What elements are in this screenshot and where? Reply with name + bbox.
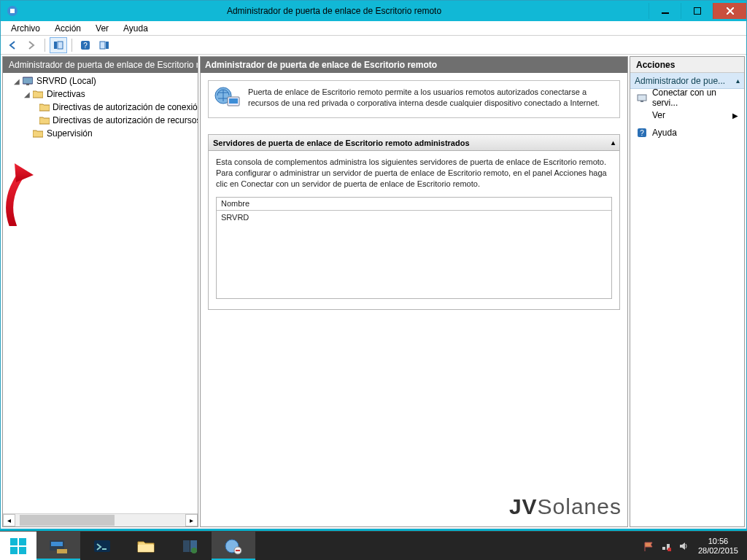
section-description: Esta consola de complementos administra …: [216, 157, 612, 190]
action-connect-server[interactable]: Conectar con un servi...: [630, 89, 744, 106]
nav-back-button[interactable]: [4, 37, 21, 53]
minimize-button[interactable]: [649, 3, 681, 19]
tree-node-label: SRVRD (Local): [36, 76, 96, 86]
action-label: Ayuda: [652, 128, 677, 138]
scroll-thumb[interactable]: [20, 515, 115, 526]
svg-rect-2: [662, 12, 669, 14]
collapse-icon[interactable]: ◢: [23, 90, 31, 98]
server-connect-icon: [636, 92, 648, 104]
tree-node-connection-policies[interactable]: Directivas de autorización de conexión: [3, 101, 198, 114]
window-title: Administrador de puerta de enlace de Esc…: [20, 6, 649, 16]
svg-rect-6: [54, 42, 57, 49]
menu-bar: Archivo Acción Ver Ayuda: [1, 21, 746, 36]
svg-text:?: ?: [640, 129, 644, 137]
submenu-arrow-icon: ▶: [732, 112, 738, 120]
watermark: JVSolanes: [509, 494, 622, 519]
scroll-track[interactable]: [15, 514, 185, 526]
svg-rect-27: [138, 545, 154, 552]
clock-date: 28/02/2015: [698, 546, 738, 556]
close-button[interactable]: [713, 3, 746, 19]
tree-pane: Administrador de puerta de enlace de Esc…: [2, 56, 198, 527]
content-header: Administrador de puerta de enlace de Esc…: [201, 57, 627, 73]
title-bar: Administrador de puerta de enlace de Esc…: [1, 1, 746, 21]
intro-box: Puerta de enlace de Escritorio remoto pe…: [208, 80, 620, 118]
tray-flag-icon[interactable]: [642, 540, 655, 553]
tray-network-icon[interactable]: [659, 540, 673, 553]
servers-table: Nombre SRVRD: [216, 197, 612, 299]
tree-node-label: Directivas de autorización de recursos: [53, 115, 198, 125]
svg-rect-20: [640, 101, 643, 102]
svg-rect-11: [106, 42, 109, 49]
scroll-left-button[interactable]: ◂: [3, 514, 15, 526]
folder-icon: [32, 128, 44, 139]
body-panes: Administrador de puerta de enlace de Esc…: [1, 55, 746, 529]
tree-node-policies[interactable]: ◢ Directivas: [3, 88, 198, 101]
nav-forward-button[interactable]: [23, 37, 40, 53]
svg-point-30: [191, 548, 197, 553]
expand-placeholder: [23, 130, 31, 137]
tray-volume-icon[interactable]: [677, 540, 690, 553]
server-row[interactable]: SRVRD: [217, 211, 611, 224]
actions-entity-label: Administrador de pue...: [635, 76, 725, 86]
collapse-icon[interactable]: ◢: [13, 77, 20, 85]
menu-help[interactable]: Ayuda: [116, 22, 155, 35]
menu-file[interactable]: Archivo: [4, 22, 47, 35]
start-button[interactable]: [0, 532, 36, 560]
svg-rect-28: [183, 540, 190, 552]
task-powershell[interactable]: [80, 532, 124, 560]
svg-rect-3: [694, 7, 701, 15]
help-button[interactable]: ?: [77, 37, 94, 53]
svg-rect-24: [51, 542, 63, 546]
task-rdgateway-manager[interactable]: [212, 532, 255, 560]
action-help[interactable]: ? Ayuda: [630, 124, 744, 141]
scroll-right-button[interactable]: ▸: [185, 514, 198, 526]
task-server-manager[interactable]: [36, 532, 80, 560]
tree-horizontal-scrollbar[interactable]: ◂ ▸: [3, 513, 198, 526]
actions-title: Acciones: [630, 57, 744, 73]
taskbar-clock[interactable]: 10:56 28/02/2015: [692, 534, 746, 558]
svg-rect-19: [638, 95, 646, 101]
tree-node-label: Directivas de autorización de conexión: [53, 102, 198, 112]
svg-rect-14: [23, 77, 33, 84]
tree-header: Administrador de puerta de enlace de Esc…: [3, 57, 198, 73]
app-window: Administrador de puerta de enlace de Esc…: [0, 0, 747, 529]
actions-pane: Acciones Administrador de pue... ▴ Conec…: [630, 56, 745, 527]
tree-node-label: Supervisión: [47, 128, 93, 139]
svg-rect-15: [26, 84, 29, 85]
show-hide-tree-button[interactable]: [50, 37, 67, 53]
section-title: Servidores de puerta de enlace de Escrit…: [213, 139, 470, 147]
svg-rect-10: [100, 42, 105, 49]
content-pane: Administrador de puerta de enlace de Esc…: [200, 56, 628, 527]
servers-section: Servidores de puerta de enlace de Escrit…: [208, 134, 620, 310]
windows-taskbar: 10:56 28/02/2015: [0, 531, 747, 560]
svg-rect-26: [94, 540, 110, 552]
action-label: Ver: [652, 110, 665, 120]
column-header-name[interactable]: Nombre: [217, 198, 611, 211]
svg-rect-25: [57, 549, 67, 553]
tree-node-supervision[interactable]: Supervisión: [3, 127, 198, 140]
show-hide-actions-button[interactable]: [96, 37, 113, 53]
system-tray: 10:56 28/02/2015: [640, 532, 747, 560]
windows-logo-icon: [10, 538, 26, 554]
tree[interactable]: ◢ SRVRD (Local) ◢ Directivas Directivas …: [3, 73, 198, 513]
task-file-explorer[interactable]: [124, 532, 168, 560]
tree-node-root[interactable]: ◢ SRVRD (Local): [3, 74, 198, 88]
folder-open-icon: [32, 89, 44, 99]
action-view[interactable]: Ver ▶: [630, 106, 744, 124]
chevron-up-icon[interactable]: ▴: [611, 139, 615, 147]
intro-text: Puerta de enlace de Escritorio remoto pe…: [248, 87, 614, 110]
menu-action[interactable]: Acción: [47, 22, 88, 35]
menu-view[interactable]: Ver: [88, 22, 116, 35]
server-icon: [22, 76, 34, 86]
toolbar: ?: [1, 36, 746, 55]
task-server-tools[interactable]: [168, 532, 212, 560]
help-icon: ?: [636, 127, 648, 139]
app-icon: [5, 4, 20, 18]
svg-rect-34: [662, 547, 665, 550]
actions-entity-header[interactable]: Administrador de pue... ▴: [630, 73, 744, 89]
tree-node-resource-policies[interactable]: Directivas de autorización de recursos: [3, 114, 198, 127]
folder-icon: [39, 115, 50, 125]
clock-time: 10:56: [698, 537, 738, 546]
maximize-button[interactable]: [681, 3, 713, 19]
servers-section-header[interactable]: Servidores de puerta de enlace de Escrit…: [209, 135, 619, 151]
